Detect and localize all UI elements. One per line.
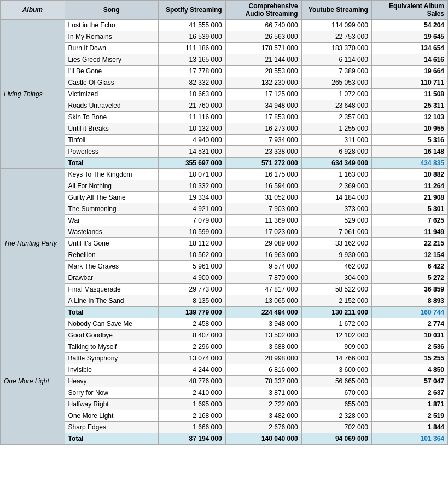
table-row: Guilty All The Same19 334 00031 052 0001…	[1, 192, 448, 203]
audio-cell: 29 089 000	[225, 238, 301, 249]
song-cell: One More Light	[65, 410, 158, 422]
audio-cell: 132 230 000	[225, 77, 301, 89]
spotify-cell: 10 071 000	[158, 169, 225, 180]
spotify-cell: 139 779 000	[158, 307, 225, 318]
spotify-cell: 1 695 000	[158, 399, 225, 410]
equiv-cell: 19 664	[371, 66, 447, 77]
table-row: Until It's Gone18 112 00029 089 00033 16…	[1, 238, 448, 249]
equiv-cell: 10 031	[371, 330, 447, 341]
youtube-cell: 2 369 000	[301, 180, 371, 192]
audio-cell: 16 175 000	[225, 169, 301, 180]
equiv-cell: 2 536	[371, 341, 447, 353]
audio-cell: 28 553 000	[225, 66, 301, 77]
table-row: Skin To Bone11 116 00017 853 0002 357 00…	[1, 112, 448, 123]
youtube-cell: 311 000	[301, 135, 371, 146]
spotify-cell: 10 599 000	[158, 226, 225, 238]
youtube-cell: 56 665 000	[301, 376, 371, 387]
equiv-cell: 8 893	[371, 295, 447, 307]
audio-cell: 3 688 000	[225, 341, 301, 353]
equiv-cell: 36 859	[371, 284, 447, 295]
spotify-cell: 2 458 000	[158, 318, 225, 330]
youtube-cell: 9 930 000	[301, 249, 371, 261]
spotify-cell: 10 663 000	[158, 89, 225, 100]
table-row: Talking to Myself2 296 0003 688 000909 0…	[1, 341, 448, 353]
youtube-cell: 655 000	[301, 399, 371, 410]
table-row: One More Light2 168 0003 482 0002 328 00…	[1, 410, 448, 422]
audio-cell: 66 740 000	[225, 20, 301, 31]
equiv-cell: 6 422	[371, 261, 447, 272]
audio-cell: 78 337 000	[225, 376, 301, 387]
song-cell: Total	[65, 433, 158, 445]
table-row: In My Remains16 539 00026 563 00022 753 …	[1, 31, 448, 43]
song-cell: Guilty All The Same	[65, 192, 158, 203]
song-cell: Keys To The Kingdom	[65, 169, 158, 180]
table-row: Good Goodbye8 407 00013 502 00012 102 00…	[1, 330, 448, 341]
equiv-cell: 57 047	[371, 376, 447, 387]
spotify-cell: 19 334 000	[158, 192, 225, 203]
album-cell: The Hunting Party	[1, 169, 65, 318]
total-row: Total355 697 000571 272 000634 349 00043…	[1, 158, 448, 169]
spotify-cell: 2 168 000	[158, 410, 225, 422]
song-cell: Final Masquerade	[65, 284, 158, 295]
spotify-cell: 4 940 000	[158, 135, 225, 146]
song-cell: Skin To Bone	[65, 112, 158, 123]
table-row: Until it Breaks10 132 00016 273 0001 255…	[1, 123, 448, 135]
equiv-cell: 1 844	[371, 422, 447, 433]
equiv-cell: 1 871	[371, 399, 447, 410]
table-row: Sorry for Now2 410 0003 871 000670 0002 …	[1, 387, 448, 399]
table-row: Halfway Right1 695 0002 722 000655 0001 …	[1, 399, 448, 410]
youtube-cell: 1 672 000	[301, 318, 371, 330]
audio-cell: 2 676 000	[225, 422, 301, 433]
song-cell: Total	[65, 158, 158, 169]
spotify-cell: 111 186 000	[158, 43, 225, 54]
spotify-cell: 1 666 000	[158, 422, 225, 433]
youtube-cell: 2 152 000	[301, 295, 371, 307]
table-row: Tinfoil4 940 0007 934 000311 0005 316	[1, 135, 448, 146]
audio-cell: 31 052 000	[225, 192, 301, 203]
audio-cell: 7 870 000	[225, 272, 301, 284]
youtube-cell: 7 389 000	[301, 66, 371, 77]
youtube-cell: 373 000	[301, 203, 371, 215]
total-row: Total87 194 000140 040 00094 069 000101 …	[1, 433, 448, 445]
audio-cell: 47 817 000	[225, 284, 301, 295]
audio-cell: 26 563 000	[225, 31, 301, 43]
equiv-cell: 21 908	[371, 192, 447, 203]
equiv-cell: 12 103	[371, 112, 447, 123]
equiv-cell: 5 316	[371, 135, 447, 146]
table-row: Sharp Edges1 666 0002 676 000702 0001 84…	[1, 422, 448, 433]
audio-cell: 13 502 000	[225, 330, 301, 341]
audio-cell: 16 963 000	[225, 249, 301, 261]
equiv-cell: 7 625	[371, 215, 447, 226]
youtube-cell: 114 099 000	[301, 20, 371, 31]
youtube-cell: 909 000	[301, 341, 371, 353]
audio-cell: 7 934 000	[225, 135, 301, 146]
song-cell: Sharp Edges	[65, 422, 158, 433]
audio-cell: 2 722 000	[225, 399, 301, 410]
spotify-cell: 2 296 000	[158, 341, 225, 353]
spotify-cell: 11 116 000	[158, 112, 225, 123]
song-cell: Sorry for Now	[65, 387, 158, 399]
youtube-cell: 7 061 000	[301, 226, 371, 238]
table-row: Burn It Down111 186 000178 571 000183 37…	[1, 43, 448, 54]
audio-cell: 178 571 000	[225, 43, 301, 54]
youtube-cell: 14 184 000	[301, 192, 371, 203]
table-row: Rebellion10 562 00016 963 0009 930 00012…	[1, 249, 448, 261]
youtube-cell: 14 766 000	[301, 353, 371, 364]
song-cell: A Line In The Sand	[65, 295, 158, 307]
song-cell: Halfway Right	[65, 399, 158, 410]
spotify-cell: 87 194 000	[158, 433, 225, 445]
audio-cell: 571 272 000	[225, 158, 301, 169]
table-row: Invisible4 244 0006 816 0003 600 0004 85…	[1, 364, 448, 376]
spotify-cell: 10 132 000	[158, 123, 225, 135]
table-row: The Hunting PartyKeys To The Kingdom10 0…	[1, 169, 448, 180]
youtube-cell: 6 114 000	[301, 54, 371, 66]
song-cell: All For Nothing	[65, 180, 158, 192]
table-row: The Summoning4 921 0007 903 000373 0005 …	[1, 203, 448, 215]
song-cell: Invisible	[65, 364, 158, 376]
audio-cell: 7 903 000	[225, 203, 301, 215]
song-cell: Victimized	[65, 89, 158, 100]
equiv-cell: 14 616	[371, 54, 447, 66]
youtube-cell: 130 211 000	[301, 307, 371, 318]
spotify-cell: 17 778 000	[158, 66, 225, 77]
youtube-cell: 94 069 000	[301, 433, 371, 445]
